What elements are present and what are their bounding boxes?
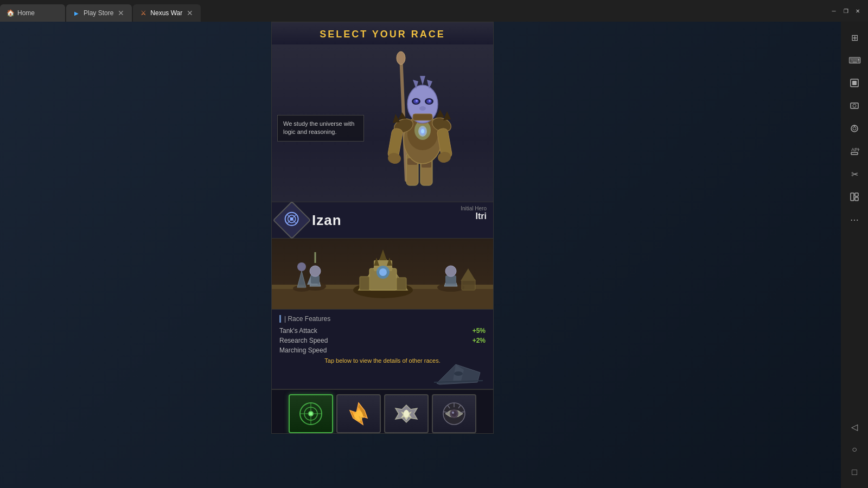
svg-rect-70	[397, 278, 406, 290]
initial-hero-info: Initial Hero Itri	[461, 206, 487, 221]
grid-icon[interactable]: ⊞	[844, 27, 865, 48]
more-dots-icon[interactable]: ⋯	[844, 209, 865, 230]
tab-home[interactable]: 🏠 Home	[0, 4, 65, 22]
race-emblem-icon	[284, 211, 300, 230]
race-btn-fire[interactable]	[336, 394, 381, 433]
scissors-icon[interactable]: ✂	[844, 164, 865, 184]
svg-point-43	[429, 100, 431, 102]
game-panel: SELECT YOUR RACE We study the universe w…	[271, 22, 494, 434]
home-tab-label: Home	[17, 9, 35, 17]
svg-point-83	[454, 371, 463, 376]
initial-hero-name: Itri	[461, 211, 487, 221]
svg-rect-45	[413, 114, 432, 120]
initial-hero-label: Initial Hero	[461, 206, 487, 211]
feature-name-marching: Marching Speed	[279, 346, 327, 354]
right-sidebar: ⊞ ⌨ APK ✂ ⋯ ◁ ○ □	[841, 22, 868, 488]
page-title: SELECT YOUR RACE	[272, 29, 493, 40]
keyboard-icon[interactable]: ⌨	[844, 50, 865, 70]
home-circle-icon[interactable]: ○	[844, 439, 865, 460]
svg-rect-7	[851, 152, 858, 155]
race-name: Izan	[312, 212, 342, 229]
svg-point-92	[354, 410, 363, 421]
character-figure	[358, 44, 477, 202]
playstore-tab-label: Play Store	[84, 9, 113, 17]
svg-rect-1	[852, 81, 857, 85]
record-icon[interactable]	[844, 73, 865, 93]
minimize-btn[interactable]: ─	[830, 7, 838, 15]
race-features-section: | Race Features Tank's Attack +5% Resear…	[272, 309, 493, 389]
race-name-row: Izan Initial Hero Itri	[272, 202, 493, 239]
svg-point-42	[416, 100, 418, 102]
svg-marker-28	[443, 111, 451, 120]
svg-marker-79	[461, 268, 476, 281]
svg-point-13	[397, 52, 405, 65]
svg-point-58	[310, 266, 321, 277]
feature-name-tank: Tank's Attack	[279, 327, 317, 335]
close-btn[interactable]: ✕	[854, 7, 861, 15]
character-description: We study the universe with logic and rea…	[277, 115, 364, 142]
race-btn-eye[interactable]	[432, 394, 476, 433]
browser-chrome: 🏠 Home ▶ Play Store ✕ ⚔ Nexus War ✕ ─ ❐ …	[0, 0, 868, 22]
race-btn-izan[interactable]	[289, 394, 333, 433]
svg-point-5	[853, 127, 856, 130]
screenshot-icon[interactable]	[844, 95, 865, 116]
svg-marker-27	[436, 110, 444, 118]
back-icon[interactable]: ◁	[844, 416, 865, 437]
svg-rect-10	[855, 193, 858, 196]
svg-rect-9	[851, 193, 854, 201]
svg-point-77	[445, 266, 456, 277]
feature-name-research: Research Speed	[279, 337, 328, 344]
tab-nexuswar[interactable]: ⚔ Nexus War ✕	[133, 4, 201, 22]
home-tab-favicon: 🏠	[7, 9, 14, 17]
playstore-tab-close[interactable]: ✕	[117, 9, 125, 17]
svg-marker-61	[297, 271, 306, 287]
svg-point-3	[853, 104, 856, 107]
feature-value-tank: +5%	[473, 327, 486, 335]
tab-playstore[interactable]: ▶ Play Store ✕	[66, 4, 132, 22]
svg-point-98	[451, 411, 457, 416]
upload-icon[interactable]: APK	[844, 141, 865, 162]
game-header: SELECT YOUR RACE	[272, 22, 493, 44]
svg-rect-11	[855, 197, 858, 201]
svg-point-99	[452, 412, 454, 414]
recent-apps-icon[interactable]: □	[844, 462, 865, 483]
svg-marker-35	[420, 76, 425, 85]
playstore-tab-favicon: ▶	[73, 9, 80, 17]
restore-btn[interactable]: ❐	[842, 7, 850, 15]
svg-marker-71	[379, 249, 387, 260]
tab-bar: 🏠 Home ▶ Play Store ✕ ⚔ Nexus War ✕	[0, 0, 824, 22]
svg-rect-69	[360, 277, 369, 290]
race-selector	[272, 389, 493, 434]
svg-text:APK: APK	[851, 147, 859, 152]
race-emblem	[273, 201, 311, 240]
feature-row-tank: Tank's Attack +5%	[279, 327, 486, 335]
sync-icon[interactable]	[844, 118, 865, 139]
feature-row-research: Research Speed +2%	[279, 337, 486, 344]
svg-point-46	[421, 129, 424, 133]
feature-row-marching: Marching Speed	[279, 346, 486, 354]
svg-point-68	[379, 268, 387, 276]
svg-point-62	[297, 262, 306, 271]
nexuswar-tab-label: Nexus War	[150, 9, 182, 17]
nexuswar-tab-close[interactable]: ✕	[186, 9, 194, 17]
svg-point-44	[419, 106, 426, 111]
race-features-title: | Race Features	[279, 315, 486, 323]
character-area: We study the universe with logic and rea…	[272, 44, 493, 202]
layout-icon[interactable]	[844, 187, 865, 207]
svg-point-89	[309, 412, 312, 415]
scene-area	[272, 239, 493, 309]
race-btn-eagle[interactable]	[384, 394, 429, 433]
svg-point-95	[404, 410, 409, 418]
window-controls: ─ ❐ ✕	[824, 7, 868, 15]
nexuswar-tab-favicon: ⚔	[139, 9, 147, 17]
feature-value-research: +2%	[473, 337, 486, 344]
